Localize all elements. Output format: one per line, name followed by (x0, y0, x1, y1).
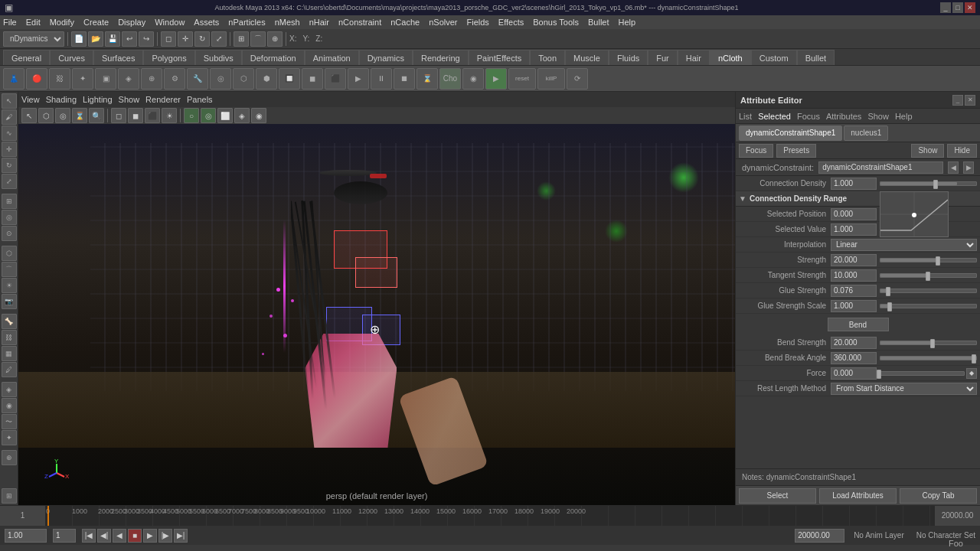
shelf-icon-8[interactable]: ⚙ (164, 68, 185, 90)
viewport-menu-shading[interactable]: Shading (46, 95, 77, 104)
xray-button[interactable]: ○ (184, 108, 199, 123)
curve-snap-button[interactable]: ⊕ (2, 450, 17, 465)
resolution-gate-button[interactable]: ⬜ (217, 108, 233, 123)
rest-method-select[interactable]: From Start Distance Custom (831, 383, 977, 395)
select-button-bottom[interactable]: Select (739, 488, 816, 504)
menu-help[interactable]: Help (619, 18, 636, 27)
viewport-tb-2[interactable]: ⬡ (38, 108, 54, 123)
menu-nhair[interactable]: nHair (309, 18, 329, 27)
shelf-tab-surfaces[interactable]: Surfaces (93, 50, 143, 65)
snap-point-button[interactable]: ⊕ (267, 31, 283, 47)
paint-weights-button[interactable]: 🖊 (2, 362, 17, 377)
soft-mod-button[interactable]: ◎ (2, 210, 17, 225)
rotate-button[interactable]: ↻ (2, 158, 17, 173)
light-button[interactable]: ☀ (162, 108, 177, 123)
shelf-tab-rendering[interactable]: Rendering (413, 50, 469, 65)
shelf-icon-5[interactable]: ▣ (95, 68, 116, 90)
viewport-menu-view[interactable]: View (21, 95, 40, 104)
menu-nsolver[interactable]: nSolver (429, 18, 457, 27)
timeline-bar[interactable]: 0 1000 2000 2500 3000 3500 4000 4500 500… (46, 506, 934, 526)
shelf-tab-polygons[interactable]: Polygons (143, 50, 194, 65)
nhair-button[interactable]: 〜 (2, 414, 17, 429)
undo-button[interactable]: ↩ (122, 31, 137, 47)
strength-value[interactable]: 20.000 (831, 254, 877, 266)
isolate-button[interactable]: ◎ (201, 108, 216, 123)
shelf-tab-animation[interactable]: Animation (305, 50, 359, 65)
select-tool-button[interactable]: ◻ (161, 31, 176, 47)
stop-button[interactable]: ■ (128, 529, 142, 543)
skin-button[interactable]: ▦ (2, 346, 17, 361)
go-end-button[interactable]: ▶| (174, 529, 188, 543)
move-tool-button[interactable]: ✛ (178, 31, 193, 47)
playback-start-value[interactable]: 1.00 (5, 529, 47, 543)
minimize-button[interactable]: _ (940, 2, 951, 13)
menu-ncache[interactable]: nCache (390, 18, 420, 27)
shelf-icon-12[interactable]: ⬢ (256, 68, 277, 90)
menu-nparticles[interactable]: nParticles (228, 18, 265, 27)
snap-grid-button[interactable]: ⊞ (234, 31, 249, 47)
shelf-icon-15[interactable]: ⬛ (325, 68, 346, 90)
glue-scale-slider[interactable] (880, 304, 977, 308)
tangent-strength-value[interactable]: 10.000 (831, 269, 877, 282)
current-frame-value[interactable]: 1 (53, 529, 76, 543)
sculpt-button[interactable]: ⊙ (2, 226, 17, 241)
shelf-tab-general[interactable]: General (3, 50, 50, 65)
redo-button[interactable]: ↪ (139, 31, 154, 47)
move-button[interactable]: ✛ (2, 142, 17, 157)
snap-curve-button[interactable]: ⌒ (250, 31, 266, 47)
shelf-icon-3[interactable]: ⛓ (49, 68, 70, 90)
menu-modify[interactable]: Modify (50, 18, 74, 27)
shelf-icon-1[interactable]: 👗 (3, 68, 24, 90)
ae-minimize-button[interactable]: _ (952, 95, 963, 106)
shelf-icon-18[interactable]: ⏹ (394, 68, 415, 90)
close-button[interactable]: ✕ (965, 2, 975, 13)
lasso-button[interactable]: ∿ (2, 126, 17, 141)
attr-tab-selected[interactable]: Selected (758, 112, 791, 121)
load-attributes-button[interactable]: Load Attributes (819, 488, 897, 504)
conn-density-slider[interactable] (880, 181, 977, 186)
dynconstraint-arrow-left[interactable]: ◀ (948, 161, 959, 174)
select-mask-button[interactable]: ↖ (21, 108, 37, 123)
presets-button[interactable]: Presets (776, 144, 816, 158)
menu-bonus[interactable]: Bonus Tools (533, 18, 579, 27)
shelf-icon-6[interactable]: ◈ (118, 68, 139, 90)
viewport-tb-r1[interactable]: ◈ (234, 108, 250, 123)
shelf-icon-17[interactable]: ⏸ (371, 68, 392, 90)
select-button[interactable]: ↖ (2, 93, 17, 109)
interp-select[interactable]: Linear Smooth Spline (831, 239, 977, 251)
create-poly-button[interactable]: ⬡ (2, 246, 17, 261)
menu-create[interactable]: Create (83, 18, 109, 27)
shelf-icon-22[interactable]: ▶ (485, 68, 507, 90)
menu-nmesh[interactable]: nMesh (275, 18, 300, 27)
show-manip-button[interactable]: ⊞ (2, 194, 17, 209)
glue-strength-slider[interactable] (880, 289, 977, 293)
strength-slider[interactable] (880, 258, 977, 262)
ncloth-button[interactable]: ◈ (2, 382, 17, 397)
joint-tool-button[interactable]: 🦴 (2, 314, 17, 329)
hide-button[interactable]: Hide (947, 144, 977, 158)
bend-strength-value[interactable]: 20.000 (831, 337, 877, 349)
paint-select-button[interactable]: 🖌 (2, 109, 17, 125)
copy-tab-button[interactable]: Copy Tab (900, 488, 977, 504)
viewport-corner[interactable]: ⊞ (2, 488, 17, 504)
attr-tab-list[interactable]: List (739, 112, 752, 121)
viewport-tb-r2[interactable]: ◉ (251, 108, 266, 123)
smooth-button[interactable]: ◼ (128, 108, 143, 123)
maximize-button[interactable]: □ (952, 2, 963, 13)
playback-end-value[interactable]: 20000.00 (795, 529, 844, 543)
glue-strength-value[interactable]: 0.076 (831, 285, 877, 297)
shelf-tab-bullet[interactable]: Bullet (797, 50, 835, 65)
focus-button[interactable]: Focus (739, 144, 773, 158)
sel-pos-value[interactable]: 0.000 (831, 208, 877, 220)
shelf-icon-14[interactable]: ◼ (302, 68, 323, 90)
go-start-button[interactable]: |◀ (82, 529, 96, 543)
menu-effects[interactable]: Effects (498, 18, 524, 27)
menu-fields[interactable]: Fields (466, 18, 488, 27)
viewport-menu-renderer[interactable]: Renderer (145, 95, 181, 104)
scale-button[interactable]: ⤢ (2, 174, 17, 189)
create-camera-button[interactable]: 📷 (2, 294, 17, 309)
shelf-tab-dynamics[interactable]: Dynamics (359, 50, 413, 65)
attr-tab-show[interactable]: Show (867, 112, 889, 121)
open-scene-button[interactable]: 📂 (88, 31, 103, 47)
wireframe-button[interactable]: ◻ (111, 108, 126, 123)
